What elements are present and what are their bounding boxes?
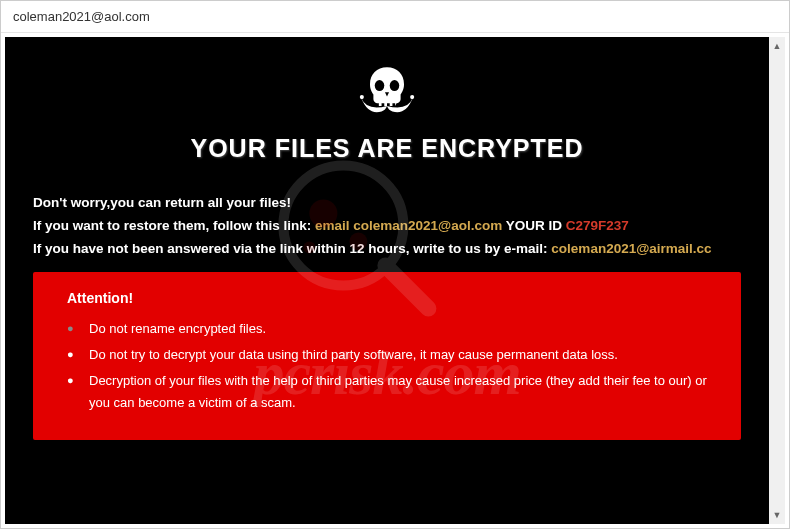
intro-line-1: Don't worry,you can return all your file… xyxy=(33,195,741,210)
contact-email-1: email coleman2021@aol.com xyxy=(315,218,502,233)
victim-id: C279F237 xyxy=(566,218,629,233)
svg-point-7 xyxy=(360,95,364,99)
ransom-note-body: pcrisk.com YOUR FILES ARE ENCRYPTED Don'… xyxy=(5,37,769,524)
svg-point-6 xyxy=(390,80,400,91)
scroll-down-arrow-icon[interactable]: ▼ xyxy=(770,508,784,522)
main-heading: YOUR FILES ARE ENCRYPTED xyxy=(33,134,741,163)
app-window: coleman2021@aol.com pcrisk.com xyxy=(0,0,790,529)
vertical-scrollbar[interactable]: ▲ ▼ xyxy=(769,37,785,524)
skull-icon xyxy=(33,62,741,124)
intro-line-2: If you want to restore them, follow this… xyxy=(33,218,741,233)
attention-list: Do not rename encrypted files. Do not tr… xyxy=(67,318,707,414)
attention-title: Attention! xyxy=(67,290,707,306)
attention-item: Decryption of your files with the help o… xyxy=(67,370,707,414)
id-label: YOUR ID xyxy=(502,218,566,233)
svg-point-8 xyxy=(410,95,414,99)
window-title: coleman2021@aol.com xyxy=(13,9,150,24)
window-titlebar[interactable]: coleman2021@aol.com xyxy=(1,1,789,33)
line2-pre: If you want to restore them, follow this… xyxy=(33,218,315,233)
content-wrapper: pcrisk.com YOUR FILES ARE ENCRYPTED Don'… xyxy=(1,33,789,528)
attention-box: Attention! Do not rename encrypted files… xyxy=(33,272,741,440)
line3-pre: If you have not been answered via the li… xyxy=(33,241,551,256)
contact-email-2: coleman2021@airmail.cc xyxy=(551,241,711,256)
svg-point-5 xyxy=(375,80,385,91)
attention-item: Do not try to decrypt your data using th… xyxy=(67,344,707,366)
scroll-up-arrow-icon[interactable]: ▲ xyxy=(770,39,784,53)
attention-item: Do not rename encrypted files. xyxy=(67,318,707,340)
intro-line-3: If you have not been answered via the li… xyxy=(33,241,741,256)
